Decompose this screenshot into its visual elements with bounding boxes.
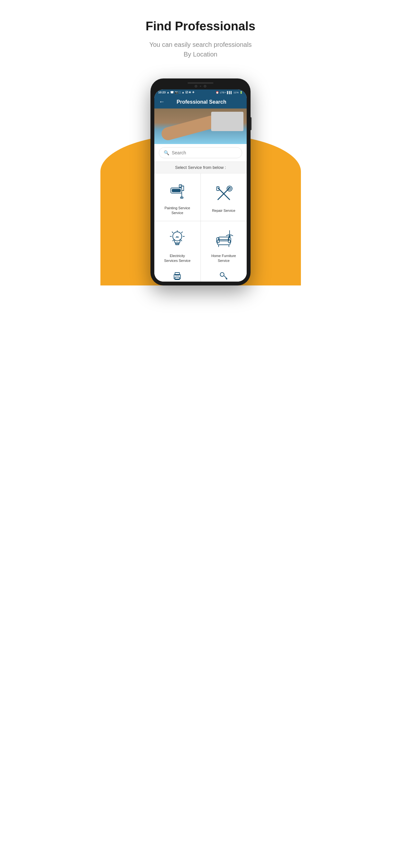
svg-rect-26 xyxy=(219,237,229,241)
service-card-partial-left xyxy=(154,269,201,282)
page-title: Find Professionals xyxy=(113,20,288,33)
app-header: ← Professional Search xyxy=(154,95,247,108)
service-card-repair[interactable]: Repair Service xyxy=(201,174,247,221)
phone-notch xyxy=(188,82,213,84)
svg-line-21 xyxy=(173,240,174,241)
svg-line-22 xyxy=(181,240,182,241)
painting-service-label: Painting Service Service xyxy=(165,206,190,216)
page-subtitle: You can easily search professionals By L… xyxy=(113,40,288,59)
svg-rect-1 xyxy=(172,189,181,192)
status-left: 10:23 ▲ ☎ 📷 □ ▲ ☑ ≋ ✈ xyxy=(158,91,195,94)
key-partial-icon xyxy=(219,271,228,281)
furniture-icon-container xyxy=(212,228,235,250)
svg-line-17 xyxy=(172,232,173,233)
back-button[interactable]: ← xyxy=(159,98,165,105)
repair-icon-container xyxy=(212,182,235,205)
status-right: ⏰ LTE+ ▌▌▌ 11% 🔋 xyxy=(216,91,243,94)
page-header: Find Professionals You can easily search… xyxy=(100,0,301,69)
search-bar[interactable]: 🔍 xyxy=(159,147,242,158)
service-grid-partial xyxy=(154,269,247,282)
sofa-icon xyxy=(214,229,234,249)
painting-icon-container xyxy=(166,180,189,203)
service-grid: Painting Service Service xyxy=(154,174,247,269)
status-bar: 10:23 ▲ ☎ 📷 □ ▲ ☑ ≋ ✈ ⏰ LTE+ ▌▌▌ 11% 🔋 xyxy=(154,89,247,95)
bulb-icon xyxy=(167,229,187,249)
status-time: 10:23 xyxy=(158,91,166,94)
status-signal: LTE+ xyxy=(220,91,226,94)
partial-icon-right xyxy=(219,271,228,282)
search-icon: 🔍 xyxy=(164,150,169,155)
printer-partial-icon xyxy=(173,271,182,281)
status-bars: ▌▌▌ xyxy=(227,91,233,94)
service-card-furniture[interactable]: Home Furniture Service xyxy=(201,221,247,269)
status-battery: 11% xyxy=(234,91,239,94)
hero-image xyxy=(154,108,247,144)
svg-point-30 xyxy=(228,236,230,237)
phone-frame: 10:23 ▲ ☎ 📷 □ ▲ ☑ ≋ ✈ ⏰ LTE+ ▌▌▌ 11% 🔋 ←… xyxy=(150,79,251,285)
phone-camera-area xyxy=(154,85,247,88)
tools-icon xyxy=(214,184,234,204)
service-card-partial-right xyxy=(201,269,247,282)
phone-top-bar xyxy=(154,82,247,84)
phone-screen: 10:23 ▲ ☎ 📷 □ ▲ ☑ ≋ ✈ ⏰ LTE+ ▌▌▌ 11% 🔋 ←… xyxy=(154,89,247,282)
svg-point-13 xyxy=(173,232,182,241)
svg-rect-15 xyxy=(176,244,179,245)
furniture-service-label: Home Furniture Service xyxy=(212,253,236,264)
paint-roller-icon xyxy=(167,182,187,201)
status-icons: ▲ ☎ 📷 □ ▲ ☑ ≋ ✈ xyxy=(166,91,195,94)
status-alarm: ⏰ xyxy=(216,91,219,94)
svg-point-34 xyxy=(220,273,224,276)
electricity-icon-container xyxy=(166,228,189,250)
phone-volume-button xyxy=(251,117,251,130)
worker-image xyxy=(154,108,247,144)
app-header-title: Professional Search xyxy=(168,99,242,105)
ac-unit-shape xyxy=(211,112,243,131)
svg-line-19 xyxy=(181,232,182,233)
search-container: 🔍 xyxy=(154,144,247,162)
worker-arm-shape xyxy=(160,114,220,142)
phone-mockup-wrapper: 10:23 ▲ ☎ 📷 □ ▲ ☑ ≋ ✈ ⏰ LTE+ ▌▌▌ 11% 🔋 ←… xyxy=(100,69,301,285)
camera-dot xyxy=(195,85,197,88)
partial-icon-left xyxy=(173,271,182,282)
electricity-service-label: Electricity Services Service xyxy=(164,253,190,264)
service-card-electricity[interactable]: Electricity Services Service xyxy=(154,221,201,269)
services-label: Select Service from below : xyxy=(154,162,247,174)
repair-service-label: Repair Service xyxy=(212,208,235,213)
camera-dot-2 xyxy=(204,85,206,88)
search-input[interactable] xyxy=(172,150,237,155)
status-battery-icon: 🔋 xyxy=(240,91,243,94)
service-card-painting[interactable]: Painting Service Service xyxy=(154,174,201,221)
speaker-dot xyxy=(200,86,201,87)
